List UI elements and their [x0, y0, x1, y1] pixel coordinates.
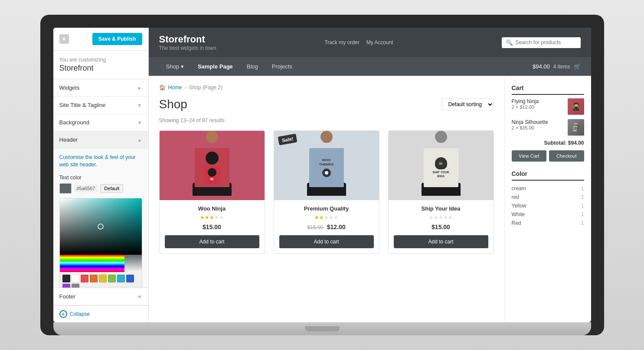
product-image-1: W [160, 131, 265, 200]
color-filter-yellow[interactable]: Yellow 1 [512, 201, 584, 210]
color-count-white: 1 [581, 211, 584, 217]
price-row-1: $15.00 [165, 223, 259, 231]
text-color-label: Text color [59, 175, 142, 181]
cart-item-row-2: Ninja Silhouette 2 × $35.00 🗿 [512, 119, 584, 136]
cart-sidebar-section: Cart Flying Ninja 2 × $12.00 🥷 Ninja Sil… [512, 84, 584, 162]
color-filter-red[interactable]: red 1 [512, 193, 584, 201]
product-image-2: Sale! WOOTHEMES [274, 131, 379, 200]
breadcrumb: 🏠 Home › Shop (Page 2) [159, 84, 494, 91]
widgets-arrow-icon: ► [137, 85, 142, 91]
background-menu-item[interactable]: Background ▼ [53, 114, 148, 131]
collapse-label[interactable]: Collapse [70, 311, 90, 317]
product-name-2: Premium Quality [279, 205, 374, 212]
header-expanded-section: Customise the look & feel of your web si… [53, 149, 148, 288]
color-count-yellow: 1 [581, 203, 584, 209]
store-name-label: Storefront [53, 63, 148, 79]
footer-arrow-icon: ▼ [137, 294, 142, 299]
nav-sample-page-link[interactable]: Sample Page [191, 57, 240, 76]
preset-red[interactable] [81, 275, 88, 282]
header-description: Customise the look & feel of your web si… [59, 154, 142, 169]
price-row-2: $15.00 $12.00 [279, 223, 374, 231]
product-rating-2: ★★★★★ [279, 214, 374, 220]
color-label-white: White [512, 211, 525, 217]
store-nav-links: Shop ▾ Sample Page Blog Projects [159, 57, 299, 76]
preset-gray[interactable] [72, 284, 79, 288]
text-color-swatch[interactable] [59, 183, 72, 194]
site-title-menu-item[interactable]: Site Title & Tagline ▼ [53, 97, 148, 114]
default-color-button[interactable]: Default [100, 184, 123, 193]
store-brand: Storefront The best widgets in town [159, 34, 216, 51]
color-filter-white[interactable]: White 1 [512, 210, 584, 219]
cart-item-info-2: Ninja Silhouette 2 × $35.00 [512, 119, 564, 130]
color-label-yellow: Yellow [512, 203, 526, 209]
preset-purple[interactable] [62, 284, 70, 288]
add-to-cart-button-3[interactable]: Add to cart [394, 235, 488, 248]
save-publish-button[interactable]: Save & Publish [92, 33, 142, 45]
cart-item-qty-2: 2 × $35.00 [512, 125, 564, 130]
shop-title: Shop [159, 97, 187, 111]
subtotal-row: Subtotal: $94.00 [512, 140, 584, 146]
search-input[interactable] [516, 39, 576, 45]
preset-white[interactable] [72, 275, 79, 282]
nav-projects-link[interactable]: Projects [265, 57, 299, 76]
color-label-Red: Red [512, 220, 521, 226]
color-filter-cream[interactable]: cream 1 [512, 184, 584, 193]
footer-menu-item[interactable]: Footer ▼ [53, 288, 148, 305]
cart-total[interactable]: $94.00 4 items 🛒 [533, 63, 580, 70]
product-info-1: Woo Ninja ★★★★★ $15.00 Add to cart [160, 200, 265, 253]
cart-total-amount: $94.00 [533, 63, 550, 70]
preset-black[interactable] [62, 275, 70, 282]
store-search-box[interactable]: 🔍 [502, 37, 581, 48]
laptop-screen: × Save & Publish You are customizing Sto… [53, 28, 591, 322]
preset-green[interactable] [108, 275, 116, 282]
product-card-2: Sale! WOOTHEMES [274, 130, 379, 254]
header-arrow-icon: ▲ [137, 137, 142, 143]
cart-sidebar-title: Cart [512, 84, 584, 95]
close-button[interactable]: × [59, 34, 69, 44]
breadcrumb-home-link[interactable]: Home [168, 84, 182, 91]
view-cart-button[interactable]: View Cart [512, 150, 547, 162]
nav-blog-link[interactable]: Blog [240, 57, 265, 76]
product-name-3: Ship Your Idea [394, 205, 488, 212]
product-rating-1: ★★★★★ [165, 214, 259, 220]
preset-blue[interactable] [126, 275, 134, 282]
cart-item-thumb-1: 🥷 [568, 98, 584, 115]
color-gradient-area[interactable] [60, 198, 142, 255]
text-color-row: #5a6567 Default [59, 183, 142, 194]
shop-header: Shop Default sorting [159, 97, 494, 111]
header-menu-item[interactable]: Header ▲ [53, 131, 148, 149]
sort-select[interactable]: Default sorting [442, 98, 494, 110]
preset-yellow[interactable] [99, 275, 107, 282]
cart-buttons: View Cart Checkout [512, 150, 584, 162]
preset-orange[interactable] [90, 275, 98, 282]
color-filter-Red[interactable]: Red 1 [512, 219, 584, 227]
customizer-header: × Save & Publish [53, 28, 148, 51]
subtotal-label: Subtotal: [544, 140, 566, 146]
product-name-1: Woo Ninja [165, 205, 259, 212]
breadcrumb-separator: › [185, 84, 186, 91]
nav-shop-link[interactable]: Shop ▾ [159, 57, 191, 76]
widgets-menu-item[interactable]: Widgets ► [53, 79, 148, 97]
cart-item-name-2: Ninja Silhouette [512, 119, 564, 125]
track-order-link[interactable]: Track my order [324, 39, 359, 45]
color-label-cream: cream [512, 185, 526, 191]
preset-cyan[interactable] [117, 275, 125, 282]
cart-items-count: 4 items [553, 64, 570, 70]
color-filter-section: Color cream 1 red 1 Yellow [512, 170, 584, 227]
sale-badge: Sale! [278, 133, 297, 145]
product-rating-3: ★★★★★ [394, 214, 488, 220]
store-main-area: Storefront The best widgets in town Trac… [149, 28, 591, 322]
my-account-link[interactable]: My Account [366, 39, 393, 45]
color-picker[interactable] [59, 198, 142, 288]
color-presets-row [60, 272, 142, 288]
checkout-button[interactable]: Checkout [549, 150, 584, 162]
color-count-cream: 1 [581, 185, 584, 191]
add-to-cart-button-1[interactable]: Add to cart [165, 235, 259, 248]
collapse-row[interactable]: + Collapse [53, 305, 148, 322]
store-brand-tagline: The best widgets in town [159, 45, 216, 51]
gradient-picker-circle[interactable] [98, 224, 104, 230]
alpha-bar[interactable] [124, 255, 142, 272]
cart-icon: 🛒 [574, 63, 581, 70]
add-to-cart-button-2[interactable]: Add to cart [279, 235, 374, 248]
hue-slider[interactable] [60, 255, 124, 272]
